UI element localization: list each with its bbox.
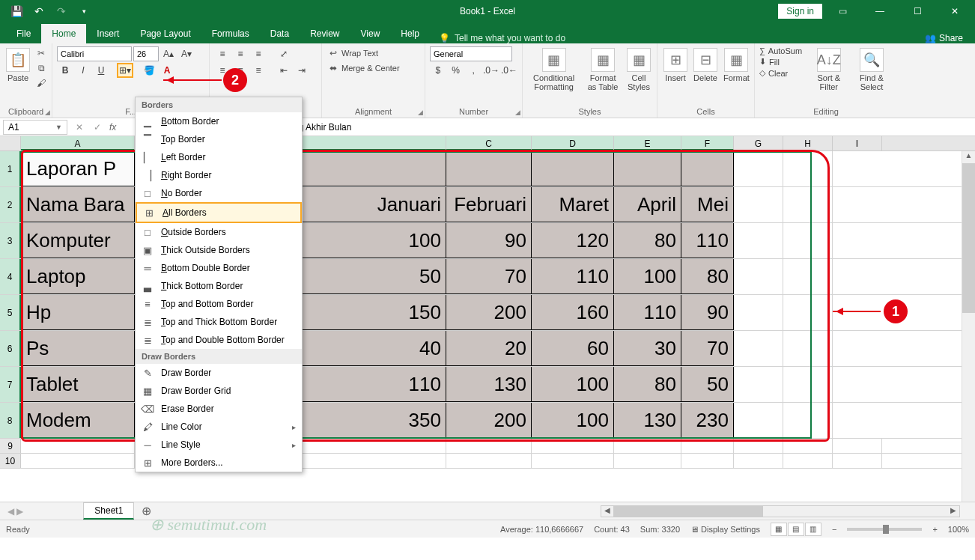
cell-d4[interactable]: 110 (532, 259, 614, 294)
align-bottom-icon[interactable]: ≡ (250, 46, 267, 61)
cell-c7[interactable]: 130 (446, 367, 532, 402)
cell-a4[interactable]: Laptop (21, 259, 135, 294)
border-item-thick-outside-borders[interactable]: ▣Thick Outside Borders (136, 241, 302, 259)
increase-indent-icon[interactable]: ⇥ (294, 63, 310, 78)
signin-button[interactable]: Sign in (778, 4, 822, 19)
redo-icon[interactable]: ↷ (51, 1, 72, 22)
insert-cells-button[interactable]: ⊞Insert (662, 46, 689, 106)
cell-a2[interactable]: Nama Bara (21, 187, 135, 222)
col-header-f[interactable]: F (681, 136, 734, 150)
col-header-c[interactable]: C (446, 136, 532, 150)
cell-f8[interactable]: 230 (681, 403, 734, 438)
zoom-in-icon[interactable]: + (932, 525, 937, 534)
cell-e1[interactable] (614, 151, 681, 186)
alignment-launcher-icon[interactable]: ◢ (418, 109, 423, 116)
border-item-top-and-bottom-border[interactable]: ≡Top and Bottom Border (136, 295, 302, 313)
format-cells-button[interactable]: ▦Format (722, 46, 751, 106)
shrink-font-icon[interactable]: A▾ (178, 46, 195, 61)
number-format-select[interactable] (430, 46, 512, 61)
font-name-input[interactable] (57, 46, 132, 61)
zoom-level[interactable]: 100% (948, 525, 969, 534)
qat-customize-icon[interactable]: ▾ (73, 1, 94, 22)
sort-filter-button[interactable]: A↓ZSort & Filter (810, 46, 848, 106)
copy-icon[interactable]: ⧉ (34, 61, 48, 75)
find-select-button[interactable]: 🔍Find & Select (851, 46, 893, 106)
orientation-icon[interactable]: ⤢ (276, 46, 292, 61)
sheet-tab-sheet1[interactable]: Sheet1 (83, 502, 134, 520)
cell-a1[interactable]: Laporan P (21, 151, 135, 186)
select-all-button[interactable] (0, 136, 21, 150)
border-item-draw-border[interactable]: ✎Draw Border (136, 364, 302, 382)
cell-e8[interactable]: 130 (614, 403, 681, 438)
align-middle-icon[interactable]: ≡ (232, 46, 249, 61)
enter-formula-icon[interactable]: ✓ (88, 122, 106, 133)
cell-e4[interactable]: 100 (614, 259, 681, 294)
cell-c1[interactable] (446, 151, 532, 186)
col-header-e[interactable]: E (614, 136, 681, 150)
accounting-icon[interactable]: $ (430, 63, 446, 78)
tab-insert[interactable]: Insert (86, 24, 130, 43)
cell-f7[interactable]: 50 (681, 367, 734, 402)
border-item-top-border[interactable]: ▔Top Border (136, 130, 302, 148)
cell-c6[interactable]: 20 (446, 331, 532, 366)
bold-button[interactable]: B (57, 63, 73, 78)
cell-e5[interactable]: 110 (614, 295, 681, 330)
cell-f1[interactable] (681, 151, 734, 186)
cell-e2[interactable]: April (614, 187, 681, 222)
border-item-line-style[interactable]: ─Line Style (136, 436, 302, 454)
cell-d8[interactable]: 100 (532, 403, 614, 438)
delete-cells-button[interactable]: ⊟Delete (692, 46, 719, 106)
border-item-line-color[interactable]: 🖍Line Color (136, 418, 302, 436)
cell-a5[interactable]: Hp (21, 295, 135, 330)
border-item-top-and-thick-bottom-border[interactable]: ≣Top and Thick Bottom Border (136, 313, 302, 331)
border-item-bottom-border[interactable]: ▁Bottom Border (136, 112, 302, 130)
cell-e7[interactable]: 80 (614, 367, 681, 402)
align-top-icon[interactable]: ≡ (214, 46, 231, 61)
ribbon-options-icon[interactable]: ▭ (825, 0, 860, 22)
cell-d2[interactable]: Maret (532, 187, 614, 222)
cell-c4[interactable]: 70 (446, 259, 532, 294)
border-item-left-border[interactable]: ▏Left Border (136, 148, 302, 166)
tab-home[interactable]: Home (41, 24, 86, 43)
col-header-i[interactable]: I (833, 136, 882, 150)
font-size-input[interactable] (133, 46, 159, 61)
align-right-icon[interactable]: ≡ (250, 63, 267, 78)
tab-pagelayout[interactable]: Page Layout (130, 24, 201, 43)
cell-d7[interactable]: 100 (532, 367, 614, 402)
border-item-top-and-double-bottom-border[interactable]: ≣Top and Double Bottom Border (136, 331, 302, 349)
percent-icon[interactable]: % (448, 63, 464, 78)
col-header-g[interactable]: G (734, 136, 783, 150)
col-header-h[interactable]: H (783, 136, 833, 150)
cell-d6[interactable]: 60 (532, 331, 614, 366)
cell-f3[interactable]: 110 (681, 223, 734, 258)
display-settings-button[interactable]: 🖥 Display Settings (690, 525, 760, 534)
cancel-formula-icon[interactable]: ✕ (70, 122, 88, 133)
border-item-erase-border[interactable]: ⌫Erase Border (136, 400, 302, 418)
cell-c5[interactable]: 200 (446, 295, 532, 330)
tab-review[interactable]: Review (300, 24, 350, 43)
cell-f5[interactable]: 90 (681, 295, 734, 330)
col-header-d[interactable]: D (532, 136, 614, 150)
col-header-a[interactable]: A (21, 136, 135, 150)
fill-button[interactable]: ⬇Fill (759, 57, 807, 67)
view-normal-icon[interactable]: ▦ (771, 523, 787, 536)
paste-button[interactable]: 📋 Paste (4, 46, 31, 106)
decrease-indent-icon[interactable]: ⇤ (276, 63, 292, 78)
cell-c8[interactable]: 200 (446, 403, 532, 438)
tab-file[interactable]: File (6, 24, 41, 43)
cell-c2[interactable]: Februari (446, 187, 532, 222)
cell-d5[interactable]: 160 (532, 295, 614, 330)
border-item-no-border[interactable]: □No Border (136, 184, 302, 202)
tab-help[interactable]: Help (390, 24, 430, 43)
cell-d1[interactable] (532, 151, 614, 186)
maximize-icon[interactable]: ☐ (900, 0, 935, 22)
border-item-more-borders-[interactable]: ⊞More Borders... (136, 454, 302, 472)
decrease-decimal-icon[interactable]: .0← (501, 63, 517, 78)
cell-f4[interactable]: 80 (681, 259, 734, 294)
format-as-table-button[interactable]: ▦Format as Table (583, 46, 622, 106)
share-button[interactable]: 👥 Share (925, 33, 975, 43)
number-launcher-icon[interactable]: ◢ (515, 109, 520, 116)
autosum-button[interactable]: ∑AutoSum (759, 46, 807, 55)
border-item-thick-bottom-border[interactable]: ▃Thick Bottom Border (136, 277, 302, 295)
tab-nav[interactable]: ◀ ▶ (0, 506, 23, 517)
